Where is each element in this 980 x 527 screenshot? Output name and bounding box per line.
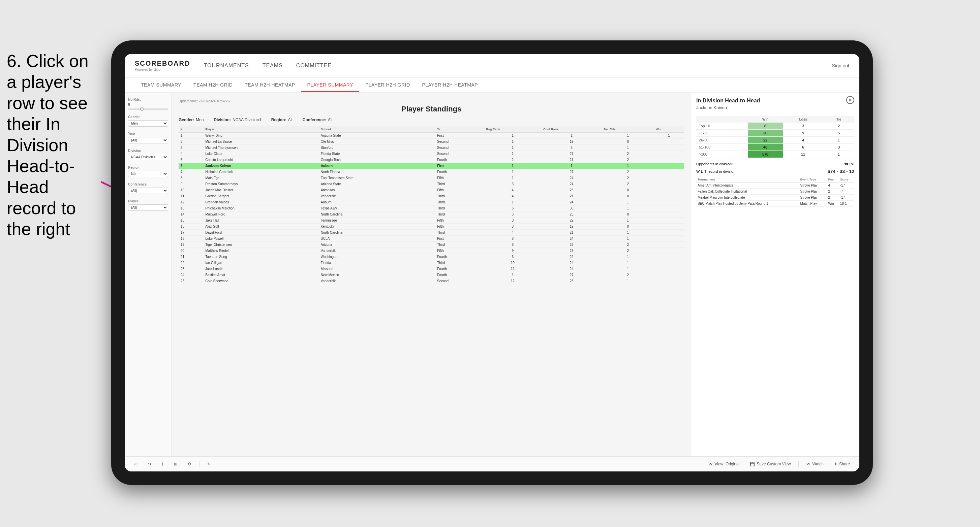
conference-label: Conference (128, 183, 168, 186)
table-row[interactable]: 21 Taehoon Song Washington Fourth 6 22 1 (178, 254, 684, 260)
col-reg-rank: Reg Rank (484, 126, 541, 133)
share-button[interactable]: ⬆ Share (831, 460, 853, 468)
right-panel: In Division Head-to-Head Jackson Koivun … (691, 93, 859, 456)
save-custom-button[interactable]: 💾 Save Custom View (747, 460, 793, 468)
wlt-row: W-L-T record in-division: 674 - 33 - 12 (696, 169, 854, 174)
no-rds-section: No Rds. 6 (128, 98, 168, 110)
nav-item-committee[interactable]: COMMITTEE (296, 61, 332, 70)
tab-team-h2h-grid[interactable]: TEAM H2H GRID (188, 79, 239, 92)
top-nav-right: Sign out (832, 63, 849, 68)
player-select[interactable]: (All) (128, 205, 168, 211)
forward-button[interactable]: ⟩ (159, 460, 166, 468)
table-row[interactable]: 13 Phichaksn Maichon Texas A&M Third 6 3… (178, 205, 684, 211)
conference-select[interactable]: (All) (128, 187, 168, 194)
h2h-col-win: Win (748, 116, 783, 122)
sub-nav: TEAM SUMMARY TEAM H2H GRID TEAM H2H HEAT… (125, 78, 859, 93)
table-row[interactable]: 22 Ian Gilligan Florida Third 10 24 1 (178, 260, 684, 266)
nav-item-teams[interactable]: TEAMS (262, 61, 283, 70)
year-section: Year (All) (128, 132, 168, 143)
division-label: Division (128, 149, 168, 152)
table-row[interactable]: 20 Matthew Riedel Vanderbilt Fifth 9 23 … (178, 248, 684, 254)
redo-button[interactable]: ↪ (145, 460, 154, 468)
h2h-col-tie: Tie (823, 116, 854, 122)
filter-region: Region: All (271, 117, 293, 122)
col-win: Win (654, 126, 684, 133)
slider-thumb (140, 108, 143, 111)
crop-button[interactable]: ⊞ (171, 460, 180, 468)
nav-items: TOURNAMENTS TEAMS COMMITTEE (204, 61, 832, 70)
table-row[interactable]: 12 Brendan Valdes Auburn Third 1 24 1 (178, 199, 684, 205)
filter-conference: Conference: All (302, 117, 332, 122)
gender-select[interactable]: Men Women (128, 120, 168, 127)
t-col-score: Score (839, 177, 854, 183)
refresh-button[interactable]: ↻ (205, 460, 213, 468)
table-row[interactable]: 16 Alex Goff Kentucky Fifth 8 19 0 (178, 224, 684, 230)
tournament-row: Amer Am Intercollegiate Stroke Play 4 -1… (696, 183, 854, 189)
tab-player-summary[interactable]: PLAYER SUMMARY (301, 79, 359, 92)
table-row[interactable]: 6 Jackson Koivun Auburn First 1 1 1 (178, 163, 684, 169)
h2h-player: Jackson Koivun (696, 105, 760, 110)
h2h-title: In Division Head-to-Head (696, 98, 760, 104)
main-content: No Rds. 6 Gender Men Women Year (125, 93, 859, 456)
undo-button[interactable]: ↩ (131, 460, 140, 468)
h2h-row: >100 578 11 1 (696, 151, 854, 158)
tab-player-h2h-grid[interactable]: PLAYER H2H GRID (359, 79, 416, 92)
top-nav: SCOREBOARD Powered by clippi TOURNAMENTS… (125, 54, 859, 78)
table-row[interactable]: 5 Christo Lamprecht Georgia Tech Fourth … (178, 157, 684, 163)
opponents-row: Opponents in division: 98.1% (696, 162, 854, 166)
table-row[interactable]: 9 Preston Summerhays Arizona State Third… (178, 181, 684, 187)
table-row[interactable]: 23 Jack Lundin Missouri Fourth 11 24 1 (178, 266, 684, 272)
table-row[interactable]: 2 Michael La Sasse Ole Miss Second 1 19 … (178, 139, 684, 145)
eye-icon: 👁 (807, 462, 810, 467)
no-rds-slider[interactable] (128, 108, 168, 110)
region-label: Region (128, 166, 168, 169)
year-label: Year (128, 132, 168, 136)
table-row[interactable]: 11 Gordon Sargent Vanderbilt Third 4 21 … (178, 193, 684, 199)
standings-table: # Player School Yr Reg Rank Conf Rank No… (178, 126, 684, 284)
tab-team-h2h-heatmap[interactable]: TEAM H2H HEATMAP (239, 79, 301, 92)
col-conf-rank: Conf Rank (541, 126, 602, 133)
table-row[interactable]: 4 Luke Claton Florida State Second 1 27 … (178, 151, 684, 157)
gender-section: Gender Men Women (128, 115, 168, 127)
table-row[interactable]: 14 Maxwell Ford North Carolina Third 3 2… (178, 211, 684, 217)
no-rds-value: 6 (128, 103, 168, 106)
h2h-close-button[interactable]: ✕ (846, 96, 854, 104)
filters-row: Gender: Men Division: NCAA Division I Re… (178, 117, 684, 122)
table-row[interactable]: 8 Mats Ege East Tennessee State Fifth 1 … (178, 175, 684, 181)
table-row[interactable]: 10 Jacob Mac Diester Arkansas Fifth 4 23… (178, 187, 684, 193)
sign-out-link[interactable]: Sign out (832, 63, 849, 68)
nav-item-tournaments[interactable]: TOURNAMENTS (204, 61, 249, 70)
tournament-row: Fallen Oak Collegiate Invitational Strok… (696, 189, 854, 195)
h2h-col-loss: Loss (783, 116, 823, 122)
wlt-stat: 674 - 33 - 12 (828, 169, 854, 174)
watch-button[interactable]: 👁 Watch (804, 460, 826, 468)
view-original-icon: 👁 (709, 462, 713, 467)
table-row[interactable]: 7 Nicholas Gabrelcik North Florida Fourt… (178, 169, 684, 175)
table-row[interactable]: 24 Bastien Amat New Mexico Fourth 1 27 2 (178, 272, 684, 278)
h2h-col-label (696, 116, 748, 122)
bottom-toolbar: ↩ ↪ ⟩ ⊞ ⚙ ↻ 👁 View: Original 💾 Save Cust… (125, 456, 859, 471)
year-select[interactable]: (All) (128, 137, 168, 143)
table-row[interactable]: 15 Jake Hall Tennessee Fifth 3 22 1 (178, 217, 684, 224)
table-row[interactable]: 17 David Ford North Carolina Third 4 21 … (178, 230, 684, 236)
opponents-label: Opponents in division: (696, 162, 733, 166)
instruction-text: 6. Click on a player's row to see their … (0, 44, 98, 246)
settings-button[interactable]: ⚙ (185, 460, 194, 468)
tab-player-h2h-heatmap[interactable]: PLAYER H2H HEATMAP (416, 79, 484, 92)
opponents-pct: 98.1% (844, 162, 854, 166)
table-row[interactable]: 3 Michael Thorbjornsen Stanford Second 1… (178, 145, 684, 151)
table-row[interactable]: 18 Luke Powell UCLA First 8 24 1 (178, 236, 684, 242)
col-yr: Yr (435, 126, 484, 133)
col-school: School (319, 126, 435, 133)
division-select[interactable]: NCAA Division I (128, 154, 168, 160)
tab-team-summary[interactable]: TEAM SUMMARY (135, 79, 188, 92)
table-row[interactable]: 25 Cole Sherwood Vanderbilt Second 12 23… (178, 278, 684, 284)
save-icon: 💾 (750, 462, 755, 467)
view-original-button[interactable]: 👁 View: Original (706, 460, 742, 468)
region-select[interactable]: N/a (128, 171, 168, 177)
wlt-label: W-L-T record in-division: (696, 169, 737, 173)
table-row[interactable]: 19 Tiger Christensen Arizona Third 8 23 … (178, 242, 684, 248)
logo-area: SCOREBOARD Powered by clippi (135, 60, 190, 71)
col-no-rds: No. Rds. (602, 126, 654, 133)
table-row[interactable]: 1 Wenyi Ding Arizona State First 1 1 1 1 (178, 133, 684, 139)
